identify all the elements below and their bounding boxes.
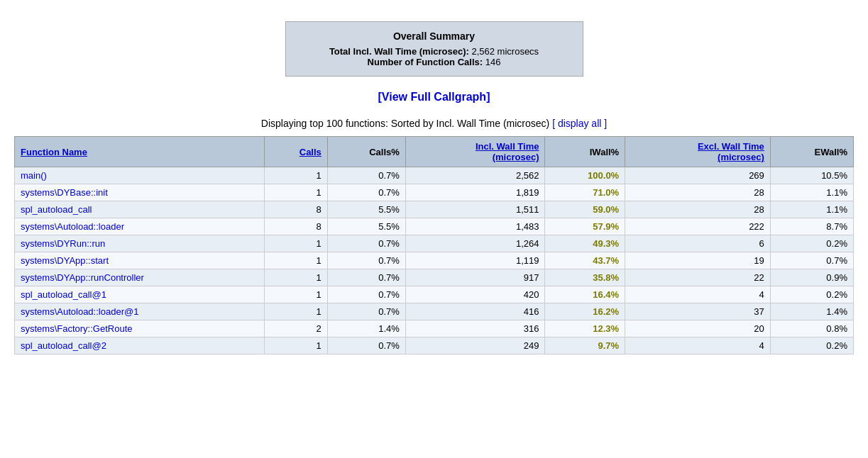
- cell-ewall-pct: 0.2%: [770, 337, 853, 354]
- cell-ewall-pct: 0.8%: [770, 320, 853, 337]
- function-link[interactable]: spl_autoload_call@1: [21, 289, 106, 300]
- col-calls[interactable]: Calls: [265, 137, 328, 167]
- function-calls-row: Number of Function Calls: 146: [300, 57, 568, 67]
- cell-incl-wall-time: 917: [405, 269, 545, 286]
- cell-incl-wall-time: 316: [405, 320, 545, 337]
- col-ewall-pct: EWall%: [770, 137, 853, 167]
- cell-calls-pct: 0.7%: [327, 269, 405, 286]
- cell-calls-pct: 0.7%: [327, 235, 405, 252]
- cell-excl-wall-time: 22: [625, 269, 771, 286]
- cell-incl-wall-time: 1,264: [405, 235, 545, 252]
- cell-ewall-pct: 0.2%: [770, 286, 853, 303]
- cell-calls-pct: 0.7%: [327, 286, 405, 303]
- function-link[interactable]: main(): [21, 170, 47, 181]
- table-row: systems\DYApp::runController10.7%91735.8…: [15, 269, 854, 286]
- col-function-name[interactable]: Function Name: [15, 137, 265, 167]
- cell-excl-wall-time: 28: [625, 201, 771, 218]
- excl-wall-sort-link[interactable]: Excl. Wall Time(microsec): [698, 141, 764, 162]
- cell-excl-wall-time: 269: [625, 167, 771, 184]
- col-excl-wall-time[interactable]: Excl. Wall Time(microsec): [625, 137, 771, 167]
- view-callgraph-link[interactable]: [View Full Callgraph]: [378, 91, 490, 103]
- cell-excl-wall-time: 19: [625, 252, 771, 269]
- calls-sort-link[interactable]: Calls: [300, 147, 322, 157]
- cell-function-name: systems\Autoload::loader: [15, 218, 265, 235]
- cell-iwall-pct: 71.0%: [545, 184, 625, 201]
- cell-excl-wall-time: 4: [625, 286, 771, 303]
- cell-ewall-pct: 8.7%: [770, 218, 853, 235]
- cell-incl-wall-time: 1,511: [405, 201, 545, 218]
- cell-incl-wall-time: 416: [405, 303, 545, 320]
- summary-title: Overall Summary: [300, 30, 568, 42]
- cell-incl-wall-time: 420: [405, 286, 545, 303]
- cell-iwall-pct: 49.3%: [545, 235, 625, 252]
- callgraph-section: [View Full Callgraph]: [14, 91, 854, 104]
- cell-ewall-pct: 0.9%: [770, 269, 853, 286]
- total-wall-time-row: Total Incl. Wall Time (microsec): 2,562 …: [300, 46, 568, 57]
- summary-box: Overall Summary Total Incl. Wall Time (m…: [285, 21, 583, 77]
- table-row: systems\Autoload::loader@110.7%41616.2%3…: [15, 303, 854, 320]
- cell-ewall-pct: 1.4%: [770, 303, 853, 320]
- cell-calls-pct: 5.5%: [327, 218, 405, 235]
- table-row: systems\Autoload::loader85.5%1,48357.9%2…: [15, 218, 854, 235]
- display-info: Displaying top 100 functions: Sorted by …: [14, 118, 854, 129]
- function-link[interactable]: spl_autoload_call@2: [21, 340, 106, 351]
- function-link[interactable]: systems\DYApp::runController: [21, 272, 144, 283]
- cell-calls-pct: 5.5%: [327, 201, 405, 218]
- cell-calls: 1: [265, 252, 328, 269]
- cell-ewall-pct: 1.1%: [770, 201, 853, 218]
- function-link[interactable]: systems\DYBase::init: [21, 187, 108, 198]
- cell-incl-wall-time: 249: [405, 337, 545, 354]
- cell-incl-wall-time: 1,483: [405, 218, 545, 235]
- col-iwall-pct: IWall%: [545, 137, 625, 167]
- cell-iwall-pct: 100.0%: [545, 167, 625, 184]
- cell-calls-pct: 0.7%: [327, 184, 405, 201]
- display-info-text: Displaying top 100 functions: Sorted by …: [261, 118, 549, 129]
- cell-iwall-pct: 16.2%: [545, 303, 625, 320]
- cell-iwall-pct: 12.3%: [545, 320, 625, 337]
- cell-iwall-pct: 9.7%: [545, 337, 625, 354]
- function-link[interactable]: systems\DYApp::start: [21, 255, 109, 266]
- col-calls-pct: Calls%: [327, 137, 405, 167]
- table-row: spl_autoload_call@110.7%42016.4%40.2%: [15, 286, 854, 303]
- function-link[interactable]: systems\Autoload::loader: [21, 221, 124, 232]
- table-row: systems\Factory::GetRoute21.4%31612.3%20…: [15, 320, 854, 337]
- col-incl-wall-time[interactable]: Incl. Wall Time(microsec): [405, 137, 545, 167]
- cell-calls: 8: [265, 201, 328, 218]
- cell-calls-pct: 0.7%: [327, 167, 405, 184]
- cell-function-name: systems\DYApp::start: [15, 252, 265, 269]
- function-link[interactable]: systems\DYRun::run: [21, 238, 105, 249]
- cell-calls: 2: [265, 320, 328, 337]
- display-all-link[interactable]: [ display all ]: [552, 118, 607, 129]
- cell-calls: 1: [265, 184, 328, 201]
- cell-excl-wall-time: 37: [625, 303, 771, 320]
- table-row: spl_autoload_call85.5%1,51159.0%281.1%: [15, 201, 854, 218]
- function-link[interactable]: systems\Factory::GetRoute: [21, 323, 133, 334]
- function-link[interactable]: spl_autoload_call: [21, 204, 92, 215]
- cell-excl-wall-time: 6: [625, 235, 771, 252]
- cell-ewall-pct: 10.5%: [770, 167, 853, 184]
- cell-calls: 1: [265, 235, 328, 252]
- table-header-row: Function Name Calls Calls% Incl. Wall Ti…: [15, 137, 854, 167]
- cell-ewall-pct: 1.1%: [770, 184, 853, 201]
- cell-function-name: main(): [15, 167, 265, 184]
- cell-function-name: systems\DYRun::run: [15, 235, 265, 252]
- total-wall-time-value: 2,562 microsecs: [471, 46, 539, 57]
- cell-calls: 1: [265, 269, 328, 286]
- cell-calls: 1: [265, 303, 328, 320]
- cell-excl-wall-time: 4: [625, 337, 771, 354]
- cell-calls-pct: 0.7%: [327, 252, 405, 269]
- cell-incl-wall-time: 2,562: [405, 167, 545, 184]
- function-link[interactable]: systems\Autoload::loader@1: [21, 306, 138, 317]
- function-name-sort-link[interactable]: Function Name: [21, 147, 87, 157]
- functions-table: Function Name Calls Calls% Incl. Wall Ti…: [14, 136, 854, 354]
- cell-calls: 1: [265, 286, 328, 303]
- cell-calls: 8: [265, 218, 328, 235]
- cell-calls-pct: 0.7%: [327, 337, 405, 354]
- cell-incl-wall-time: 1,819: [405, 184, 545, 201]
- total-wall-time-label: Total Incl. Wall Time (microsec):: [329, 46, 469, 57]
- cell-iwall-pct: 16.4%: [545, 286, 625, 303]
- function-calls-value: 146: [485, 57, 501, 67]
- cell-function-name: systems\DYApp::runController: [15, 269, 265, 286]
- incl-wall-sort-link[interactable]: Incl. Wall Time(microsec): [476, 141, 539, 162]
- cell-excl-wall-time: 20: [625, 320, 771, 337]
